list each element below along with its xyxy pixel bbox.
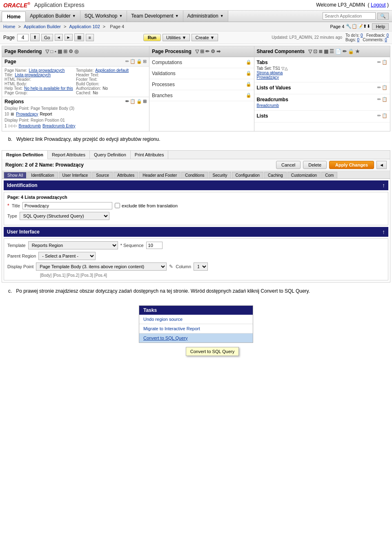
nav-forward-button[interactable]: ► [65,34,73,41]
ui-collapse-btn[interactable]: ↑ [382,229,385,235]
id-type-select[interactable]: SQL Query (Structured Query) [20,212,109,220]
tabs-pencil-icon[interactable]: ✏ [377,60,381,65]
help-button[interactable]: Help [372,23,389,30]
lov-doc-icon[interactable]: 📋 [382,85,388,90]
sc-list-icon[interactable]: ≣ [318,49,323,54]
logout-link[interactable]: Logout [371,2,386,8]
proc-arrow-icon[interactable]: ➡ [216,49,220,54]
list-button[interactable]: ≡ [86,34,94,41]
sc-doc-icon[interactable]: 📄 [335,49,341,54]
regions-pencil-icon[interactable]: ✏ [125,99,129,105]
sub-tab-customization[interactable]: Customization [287,172,321,178]
doc-icon[interactable]: 📋 [130,59,136,64]
comments-value[interactable]: 0 [385,38,387,42]
proc-table-icon[interactable]: ⊞ [200,49,204,54]
search-input[interactable] [323,12,376,20]
region1-link[interactable]: Prowadzący [16,112,38,116]
sc-star-icon[interactable]: ★ [355,49,360,54]
gear-icon[interactable]: ⚙ [69,49,73,54]
help-text-link[interactable]: No help is available for this [24,86,73,91]
data-icon[interactable]: ⊞ [63,49,67,54]
id-title-input[interactable] [22,202,112,209]
back-button[interactable]: ◄ [376,161,387,169]
sc-table2-icon[interactable]: ▦ [324,49,328,54]
nav-home[interactable]: Home [2,11,26,22]
column-select[interactable]: 1 [194,262,208,271]
go-text-button[interactable]: Go [41,34,53,41]
sub-tab-caching[interactable]: Caching [264,172,287,178]
tab-region-definition[interactable]: Region Definition [2,151,48,159]
bc-pencil-icon[interactable]: ✏ [377,97,381,102]
branches-icon[interactable]: 🔒 [246,93,252,98]
computations-icon[interactable]: 🔒 [246,60,252,65]
nav-app-builder[interactable]: Application Builder ▼ [26,11,80,22]
nav-administration[interactable]: Administration ▼ [183,11,228,22]
lock-icon[interactable]: 🔒 [136,59,142,64]
tasks-item-migrate[interactable]: Migrate to Interactive Report [139,324,253,334]
breadcrumb-item-link[interactable]: Breadcrumb [257,103,279,108]
square-icon[interactable]: □ [50,49,53,54]
sc-box-icon[interactable]: ⊡ [313,49,317,54]
display-point-edit-icon[interactable]: ✎ [169,264,173,269]
regions-doc-icon[interactable]: 📋 [130,99,136,105]
sub-tab-show-all[interactable]: Show All [4,172,27,178]
expand-icon[interactable]: ⊞ [143,59,147,64]
regions-expand-icon[interactable]: ⊞ [143,99,147,105]
identification-collapse-btn[interactable]: ↑ [382,182,385,189]
grid-sm-icon[interactable]: ▪ [55,49,56,54]
lists-pencil-icon[interactable]: ✏ [377,113,381,118]
breadcrumb-app102[interactable]: Application 102 [69,24,100,29]
breadcrumb-app-builder[interactable]: Application Builder [24,24,61,29]
feedback-value[interactable]: 0 [386,33,389,38]
table-icon[interactable]: ▦ [58,49,62,54]
sub-tab-attributes[interactable]: Attributes [114,172,138,178]
create-button[interactable]: Create ▼ [192,34,218,41]
triangle-down-icon[interactable]: ▽ [45,49,49,54]
todo-value[interactable]: 0 [361,33,363,38]
search-button[interactable]: 🔍 [377,13,389,20]
sc-pencil-icon[interactable]: ✏ [343,49,347,54]
go-button[interactable]: ⬆ [30,33,40,41]
sub-tab-header-footer[interactable]: Header and Footer [139,172,180,178]
lists-doc-icon[interactable]: 📋 [382,113,388,118]
nav-back-button[interactable]: ◄ [55,34,63,41]
lov-pencil-icon[interactable]: ✏ [377,85,381,90]
validations-icon[interactable]: 🔒 [246,71,252,76]
bc-doc-icon[interactable]: 📋 [382,97,388,102]
circle-icon[interactable]: ◎ [74,49,78,54]
proc-gear-icon[interactable]: ⚙ [211,49,215,54]
tasks-item-undo[interactable]: Undo region source [139,315,253,324]
sc-lock-icon[interactable]: 🔒 [348,49,354,54]
sub-tab-security[interactable]: Security [209,172,231,178]
tasks-item-convert[interactable]: Convert to SQL Query [139,334,253,342]
exclude-translation-checkbox[interactable] [115,203,120,208]
title-link[interactable]: Lista prowadzących [15,73,51,77]
sub-tab-conditions[interactable]: Conditions [181,172,208,178]
parent-region-select[interactable]: - Select a Parent - [38,252,96,260]
utilities-button[interactable]: Utilities ▼ [163,34,190,41]
region2-link2[interactable]: Breadcrumb Entry [42,124,76,128]
sub-tab-user-interface[interactable]: User Interface [59,172,92,178]
template-select[interactable]: Reports Region [28,241,118,249]
breadcrumb-home[interactable]: Home [3,24,15,29]
sub-tab-identification[interactable]: Identification [27,172,58,178]
processes-icon[interactable]: 🔒 [246,82,252,87]
tab-report-attributes[interactable]: Report Attributes [48,151,90,159]
regions-lock-icon[interactable]: 🔒 [136,99,142,105]
delete-button[interactable]: Delete [303,161,327,169]
tab-print-attributes[interactable]: Print Attributes [131,151,169,159]
region2-link[interactable]: Breadcrumb [19,124,41,128]
tabs-doc-icon[interactable]: 📋 [382,60,388,65]
nav-sql-workshop[interactable]: SQL Workshop ▼ [80,11,127,22]
nav-team-dev[interactable]: Team Development ▼ [127,11,183,22]
page-name-link[interactable]: Lista prowadzących [29,68,65,73]
bugs-value[interactable]: 0 [357,38,359,42]
sc-list2-icon[interactable]: ☰ [330,49,334,54]
tab-query-definition[interactable]: Query Definition [90,151,131,159]
prowadzacy-link[interactable]: Prowadzący [257,75,279,80]
proc-triangle-icon[interactable]: ▽ [195,49,199,54]
grid-button[interactable]: ▦ [74,33,84,41]
strona-link[interactable]: Strona główna [257,71,283,75]
pencil-icon[interactable]: ✏ [125,59,129,64]
template-link[interactable]: Application default [95,68,129,73]
